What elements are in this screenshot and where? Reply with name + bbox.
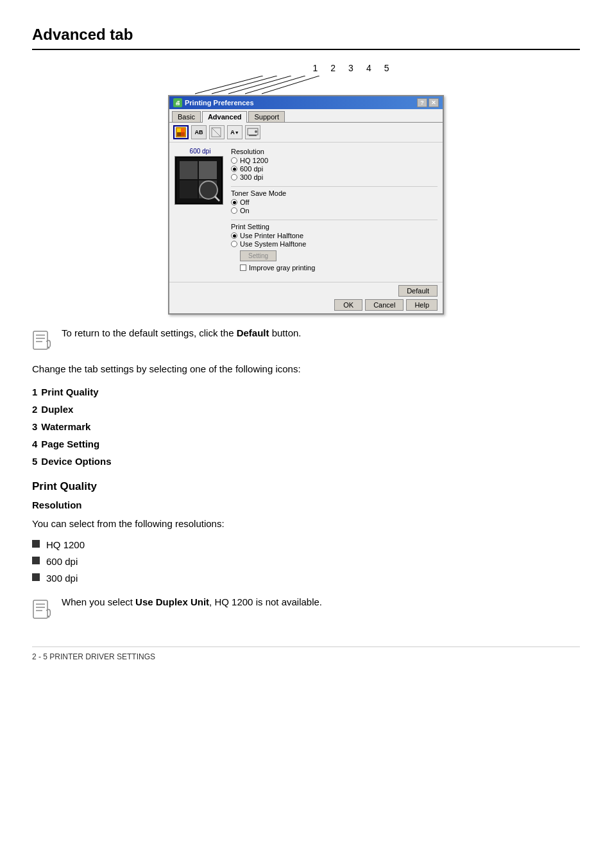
use-printer-halftone[interactable]: Use Printer Halftone xyxy=(231,232,438,239)
page-title: Advanced tab xyxy=(32,26,580,44)
toolbar-icon-device-options[interactable] xyxy=(245,125,260,139)
svg-rect-6 xyxy=(177,128,181,132)
item-num-3: 3 xyxy=(32,418,37,435)
list-item-3: 3 Watermark xyxy=(32,418,580,435)
bullet-300dpi xyxy=(32,573,40,581)
system-halftone-label: Use System Halftone xyxy=(240,240,306,248)
resolution-heading: Resolution xyxy=(32,499,580,510)
print-setting-options: Use Printer Halftone Use System Halftone xyxy=(231,232,438,248)
tab-basic[interactable]: Basic xyxy=(172,111,201,122)
svg-rect-18 xyxy=(180,180,198,198)
help-button[interactable]: Help xyxy=(406,299,438,311)
svg-line-4 xyxy=(262,76,319,94)
radio-toner-on[interactable] xyxy=(231,207,237,214)
close-titlebar-btn[interactable]: ✕ xyxy=(429,98,439,107)
footer-buttons: OK Cancel Help xyxy=(174,299,438,311)
toner-save-row: Toner Save Mode Off On xyxy=(231,189,438,214)
radio-600dpi[interactable] xyxy=(231,166,237,172)
toner-on-label: On xyxy=(240,207,250,214)
svg-line-11 xyxy=(212,128,221,137)
tab-advanced[interactable]: Advanced xyxy=(202,111,248,123)
print-setting-row: Print Setting Use Printer Halftone Use S… xyxy=(231,223,438,272)
note1: To return to the default settings, click… xyxy=(32,327,580,352)
note-icon-2 xyxy=(32,598,55,621)
toner-on[interactable]: On xyxy=(231,207,438,214)
number-label-2: 2 xyxy=(330,63,336,73)
list-item-5: 5 Device Options xyxy=(32,453,580,470)
toolbar-icon-print-quality[interactable] xyxy=(173,125,189,139)
radio-hq1200[interactable] xyxy=(231,157,237,164)
toner-save-options: Off On xyxy=(231,198,438,214)
resolution-intro: You can select from the following resolu… xyxy=(32,517,580,532)
resolution-600dpi[interactable]: 600 dpi xyxy=(231,165,438,173)
svg-rect-7 xyxy=(181,128,185,132)
svg-rect-17 xyxy=(199,161,217,179)
toolbar-icon-watermark[interactable] xyxy=(209,125,225,139)
improve-gray-checkbox[interactable] xyxy=(240,265,246,271)
use-system-halftone[interactable]: Use System Halftone xyxy=(231,240,438,248)
bullet-600dpi xyxy=(32,557,40,564)
dialog-tabs: Basic Advanced Support xyxy=(169,109,443,123)
cancel-button[interactable]: Cancel xyxy=(365,299,404,311)
help-titlebar-btn[interactable]: ? xyxy=(417,98,427,107)
preview-image xyxy=(174,156,223,205)
printer-halftone-label: Use Printer Halftone xyxy=(240,232,303,239)
setting-button[interactable]: Setting xyxy=(240,250,276,261)
item-label-5: Device Options xyxy=(41,453,111,470)
setting-divider-2 xyxy=(231,220,438,220)
radio-printer-halftone[interactable] xyxy=(231,232,237,239)
tab-support[interactable]: Support xyxy=(248,111,285,122)
svg-rect-8 xyxy=(177,132,181,136)
resolution-options: HQ 1200 600 dpi 300 dpi xyxy=(231,157,438,181)
toolbar-icon-page-setting[interactable]: A▼ xyxy=(227,125,242,139)
svg-line-2 xyxy=(228,76,291,94)
resolution-item-hq1200: HQ 1200 xyxy=(32,537,580,553)
default-button[interactable]: Default xyxy=(398,285,438,297)
resolution-hq1200-text: HQ 1200 xyxy=(46,537,85,553)
preview-label: 600 dpi xyxy=(174,148,226,155)
toolbar-icon-duplex[interactable]: AB xyxy=(191,125,207,139)
svg-rect-26 xyxy=(33,600,47,618)
titlebar-buttons: ? ✕ xyxy=(417,98,439,107)
number-label-5: 5 xyxy=(384,63,389,73)
intro-text: Change the tab settings by selecting one… xyxy=(32,362,580,377)
dialog-title-text: Printing Preferences xyxy=(185,99,254,107)
resolution-hq1200[interactable]: HQ 1200 xyxy=(231,157,438,164)
print-quality-heading: Print Quality xyxy=(32,480,580,493)
improve-gray-row: Improve gray printing xyxy=(240,264,438,272)
svg-rect-16 xyxy=(180,161,198,179)
bullet-hq1200 xyxy=(32,540,40,548)
item-num-4: 4 xyxy=(32,435,37,453)
resolution-300dpi[interactable]: 300 dpi xyxy=(231,173,438,181)
radio-300dpi[interactable] xyxy=(231,174,237,180)
radio-toner-off[interactable] xyxy=(231,199,237,205)
dialog-window: 🖨 Printing Preferences ? ✕ Basic Advance… xyxy=(168,95,444,315)
dialog-app-icon: 🖨 xyxy=(173,98,182,107)
item-num-1: 1 xyxy=(32,383,37,401)
ok-button[interactable]: OK xyxy=(334,299,362,311)
radio-system-halftone[interactable] xyxy=(231,241,237,247)
titlebar-left: 🖨 Printing Preferences xyxy=(173,98,254,107)
note2-text: When you select Use Duplex Unit, HQ 1200… xyxy=(62,596,322,607)
resolution-hq1200-label: HQ 1200 xyxy=(240,157,268,164)
toner-save-label: Toner Save Mode xyxy=(231,189,438,197)
resolution-300dpi-label: 300 dpi xyxy=(240,173,263,181)
number-labels-row: 1 2 3 4 5 xyxy=(168,63,444,73)
dialog-settings: Resolution HQ 1200 600 dpi xyxy=(231,148,438,277)
icon-list: 1 Print Quality 2 Duplex 3 Watermark 4 P… xyxy=(32,383,580,470)
svg-rect-13 xyxy=(249,135,257,136)
diagram-area: 1 2 3 4 5 🖨 Printing Preferences xyxy=(32,63,580,315)
toner-off[interactable]: Off xyxy=(231,198,438,206)
item-label-2: Duplex xyxy=(41,401,73,418)
resolution-item-600dpi: 600 dpi xyxy=(32,554,580,569)
list-item-2: 2 Duplex xyxy=(32,401,580,418)
setting-divider-1 xyxy=(231,186,438,187)
svg-point-14 xyxy=(255,130,257,133)
footer-text: 2 - 5 PRINTER DRIVER SETTINGS xyxy=(32,652,155,661)
dialog-preview: 600 dpi xyxy=(174,148,226,277)
default-btn-row: Default xyxy=(174,285,438,297)
dialog-content: 600 dpi xyxy=(169,143,443,282)
resolution-300dpi-text: 300 dpi xyxy=(46,571,78,586)
number-label-1: 1 xyxy=(313,63,318,73)
dialog-footer: Default OK Cancel Help xyxy=(169,282,443,313)
